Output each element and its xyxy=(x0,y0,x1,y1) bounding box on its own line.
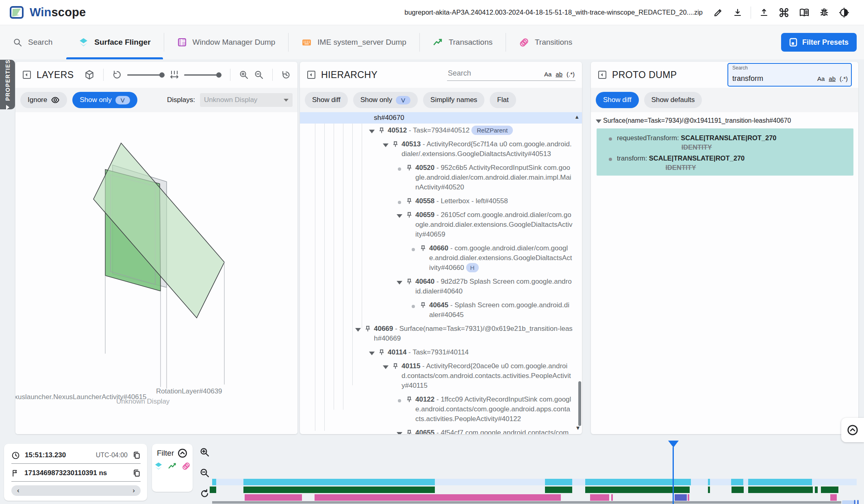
layers-filter-icon[interactable] xyxy=(154,462,163,471)
pin-icon[interactable] xyxy=(393,141,398,148)
filter-presets-button[interactable]: Filter Presets xyxy=(781,33,857,52)
pin-icon[interactable] xyxy=(406,396,412,403)
timeline-cursor[interactable] xyxy=(673,447,674,504)
hierarchy-show-only-button[interactable]: Show only V xyxy=(353,92,418,108)
copy-icon[interactable] xyxy=(132,451,141,459)
proto-show-defaults-button[interactable]: Show defaults xyxy=(644,92,702,108)
selected-timeline-segment[interactable] xyxy=(675,494,687,501)
pin-icon[interactable] xyxy=(420,245,426,252)
spacing-slider[interactable] xyxy=(184,74,221,76)
timeline-scrollbar-page[interactable] xyxy=(842,500,853,504)
timeline-reset-zoom-button[interactable] xyxy=(199,488,211,500)
reset-view-icon[interactable] xyxy=(281,70,291,80)
pin-icon[interactable] xyxy=(406,165,412,171)
regex-icon[interactable]: (.*) xyxy=(840,75,848,82)
timeline-cursor-head[interactable] xyxy=(668,441,679,448)
timeline-zoom-out-button[interactable] xyxy=(199,467,211,479)
frame-navigation[interactable]: ‹ › xyxy=(11,485,141,496)
timeline-segment[interactable] xyxy=(545,487,572,493)
timeline-segment[interactable] xyxy=(585,487,690,493)
timeline-row-surface-flinger[interactable] xyxy=(212,479,857,485)
tab-transitions[interactable]: Transitions xyxy=(506,25,585,59)
tree-node-40520[interactable]: 40520 - 952c6b5 ActivityRecordInputSink … xyxy=(300,161,582,194)
spacing-icon[interactable] xyxy=(170,70,179,80)
timeline-segment[interactable] xyxy=(545,479,572,485)
current-time-ns[interactable]: 1713469873230110391 ns xyxy=(24,469,107,477)
timeline-segment[interactable] xyxy=(821,487,838,493)
tree-node-40115[interactable]: 40115 - ActivityRecord{20ace0e u0 com.go… xyxy=(300,359,582,393)
pin-icon[interactable] xyxy=(379,349,384,356)
pin-icon[interactable] xyxy=(393,363,398,369)
timeline-segment[interactable] xyxy=(590,494,609,501)
shortcuts-button[interactable] xyxy=(774,5,794,20)
tree-node-40122[interactable]: 40122 - 1ffcc09 ActivityRecordInputSink … xyxy=(300,393,582,426)
layers-3d-canvas[interactable]: RotationLayer#40639 exuslauncher.NexusLa… xyxy=(15,112,297,434)
match-case-icon[interactable]: Aa xyxy=(817,75,825,82)
timeline-segment[interactable] xyxy=(815,487,818,493)
proto-property[interactable]: transform: SCALE|TRANSLATE|ROT_270IDENTI… xyxy=(597,151,853,172)
tree-node-40640[interactable]: 40640 - 9d2d27b Splash Screen com.google… xyxy=(300,275,582,298)
tree-node-40660[interactable]: 40660 - com.google.android.dialer/com.go… xyxy=(300,241,582,275)
dark-mode-toggle[interactable] xyxy=(834,5,854,20)
layer-label-display[interactable]: Unknown Display xyxy=(116,398,169,406)
tree-node-40114[interactable]: 40114 - Task=7931#40114 xyxy=(300,345,582,359)
timeline-segment[interactable] xyxy=(212,479,216,485)
current-time[interactable]: 15:51:13.230 xyxy=(25,451,66,459)
timeline-segment[interactable] xyxy=(245,494,302,501)
timeline-segment[interactable] xyxy=(315,494,561,501)
expand-timeline-card[interactable] xyxy=(841,418,864,442)
tree-node-40512[interactable]: 40512 - Task=7934#40512 RelZParent xyxy=(300,124,582,137)
ignore-button[interactable]: Ignore xyxy=(20,92,67,108)
timeline-segment[interactable] xyxy=(731,479,743,485)
download-button[interactable] xyxy=(728,5,747,20)
documentation-button[interactable] xyxy=(794,5,814,20)
layer-label-rotation[interactable]: RotationLayer#40639 xyxy=(156,387,222,395)
properties-side-tab[interactable]: PROPERTIES xyxy=(0,60,15,109)
spacing-slider-handle[interactable] xyxy=(216,72,221,78)
report-bug-button[interactable] xyxy=(814,5,834,20)
pin-icon[interactable] xyxy=(406,278,412,285)
tab-surface-flinger[interactable]: Surface Flinger xyxy=(65,25,163,59)
pin-icon[interactable] xyxy=(406,430,412,434)
match-word-icon[interactable]: ab xyxy=(556,71,562,78)
pin-icon[interactable] xyxy=(379,127,384,134)
pin-icon[interactable] xyxy=(406,212,412,218)
timeline-row-transactions[interactable] xyxy=(212,487,857,493)
hierarchy-scrollbar[interactable] xyxy=(578,381,581,426)
panel-collapse-icon[interactable] xyxy=(306,70,316,80)
timeline-segment[interactable] xyxy=(585,479,691,485)
proto-show-diff-button[interactable]: Show diff xyxy=(596,92,639,108)
pin-icon[interactable] xyxy=(365,326,371,332)
panel-collapse-icon[interactable] xyxy=(597,70,607,80)
tree-node-40558[interactable]: 40558 - Letterbox - left#40558 xyxy=(300,194,582,208)
timeline-segment[interactable] xyxy=(732,487,744,493)
timeline-segment[interactable] xyxy=(611,494,613,501)
timeline-segment[interactable] xyxy=(748,487,813,493)
tab-transactions[interactable]: Transactions xyxy=(420,25,506,59)
pin-icon[interactable] xyxy=(406,198,412,204)
hierarchy-search-field[interactable]: Search Aa ab (.*) xyxy=(447,69,575,81)
proto-search-value[interactable]: transform xyxy=(732,74,763,83)
tree-node-40513[interactable]: 40513 - ActivityRecord{5c7f14a u0 com.go… xyxy=(300,137,582,161)
zoom-in-icon[interactable] xyxy=(239,70,249,80)
timeline-zoom-in-button[interactable] xyxy=(199,446,211,458)
3d-cube-icon[interactable] xyxy=(84,70,95,80)
regex-icon[interactable]: (.*) xyxy=(567,71,575,78)
tree-node-40669[interactable]: 40669 - Surface(name=Task=7931)/@0x619e2… xyxy=(300,322,582,345)
transitions-filter-icon[interactable] xyxy=(182,462,191,471)
timeline-segment[interactable] xyxy=(243,487,435,493)
collapse-filter-icon[interactable] xyxy=(177,448,188,458)
match-word-icon[interactable]: ab xyxy=(829,75,836,82)
timeline-segment[interactable] xyxy=(748,479,812,485)
displays-dropdown[interactable]: Unknown Display xyxy=(200,93,293,107)
timeline-segment[interactable] xyxy=(210,487,216,493)
timeline-segment[interactable] xyxy=(243,479,435,485)
scroll-up-icon[interactable]: ▲ xyxy=(574,114,580,120)
timeline[interactable] xyxy=(212,439,857,504)
rotation-slider-handle[interactable] xyxy=(159,72,165,78)
rotation-icon[interactable] xyxy=(112,70,122,80)
timeline-row-transitions[interactable] xyxy=(212,494,857,501)
timeline-segment[interactable] xyxy=(708,487,710,493)
next-frame-icon[interactable]: › xyxy=(132,487,135,495)
proto-root-node[interactable]: Surface(name=Task=7934)/@0x1941191_trans… xyxy=(591,112,858,128)
